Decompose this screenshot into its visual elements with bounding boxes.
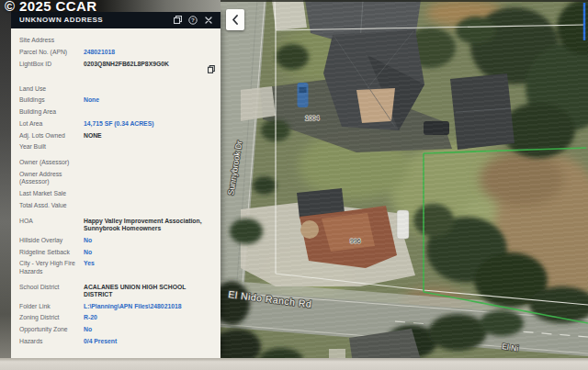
watermark: © 2025 CCAR [5, 0, 97, 14]
field-row: Total Assd. Value [19, 202, 215, 209]
field-label: Year Built [19, 143, 76, 151]
field-value[interactable]: None [84, 96, 215, 104]
field-label: Owner Address (Assessor) [19, 171, 76, 185]
field-value[interactable]: No [84, 326, 215, 333]
field-value: ACALANES UNION HIGH SCHOOL DISTRICT [84, 284, 215, 298]
field-value[interactable]: No [84, 249, 215, 256]
field-row: Lot Area14,715 SF (0.34 ACRES) [19, 120, 215, 128]
svg-text:?: ? [191, 17, 195, 23]
field-label: Opportunity Zone [19, 326, 76, 333]
field-label: Site Address [19, 37, 76, 44]
field-label: Zoning District [19, 314, 76, 321]
field-row: Year Built [19, 143, 215, 151]
outbuilding-1004 [450, 73, 514, 150]
field-row: Building Area [19, 108, 215, 116]
field-row: Zoning DistrictR-20 [19, 314, 215, 321]
field-row: Adj. Lots OwnedNONE [19, 132, 215, 140]
copy-icon[interactable] [208, 61, 215, 77]
field-value[interactable]: 14,715 SF (0.34 ACRES) [84, 120, 215, 128]
field-row: LightBox ID0203Q8NH2FB62L8P8X9G0K [19, 61, 215, 77]
field-label: Building Area [19, 108, 76, 116]
field-row: Hillside OverlayNo [19, 237, 215, 244]
photo-border-bottom [0, 358, 588, 370]
parcel-info-panel: UNKNOWN ADDRESS ? Site AddressParc [11, 11, 220, 358]
field-value: Happy Valley Improvement Association, Su… [84, 218, 215, 232]
panel-rows: Site AddressParcel No. (APN)248021018Lig… [19, 37, 215, 345]
field-row: Parcel No. (APN)248021018 [19, 49, 215, 56]
driveway-top-house [272, 0, 307, 30]
field-label: Hillside Overlay [19, 237, 76, 244]
field-value[interactable]: 248021018 [84, 49, 215, 56]
field-label: Folder Link [19, 303, 76, 310]
field-label: Buildings [19, 96, 76, 104]
field-row: BuildingsNone [19, 96, 215, 104]
field-row: Hazards0/4 Present [19, 338, 215, 345]
field-row: HOAHappy Valley Improvement Association,… [19, 218, 215, 232]
panel-body: Site AddressParcel No. (APN)248021018Lig… [11, 28, 220, 358]
field-label: Owner (Assessor) [19, 159, 76, 166]
field-row: Land Use [19, 85, 215, 93]
field-value[interactable]: No [84, 237, 215, 244]
field-label: Land Use [19, 85, 76, 93]
copy-pages-icon[interactable] [171, 14, 184, 27]
field-value[interactable]: Yes [84, 260, 215, 267]
field-row: Site Address [19, 37, 215, 44]
house-number-1004: 1004 [305, 115, 320, 121]
driveway-apron-1004 [241, 86, 276, 121]
field-label: LightBox ID [19, 61, 76, 68]
field-label: Total Assd. Value [19, 202, 76, 209]
field-value: NONE [84, 132, 215, 140]
field-row: Owner (Assessor) [19, 159, 215, 166]
field-label: Lot Area [19, 120, 76, 128]
field-value[interactable]: R-20 [84, 314, 215, 321]
field-row: Owner Address (Assessor) [19, 171, 215, 185]
field-label: HOA [19, 218, 76, 225]
field-row: Folder LinkL:\Planning\APN Files\2480210… [19, 303, 215, 310]
photo-border-left [0, 0, 11, 370]
field-row: City - Very High Fire HazardsYes [19, 260, 215, 275]
field-label: Adj. Lots Owned [19, 132, 76, 140]
field-label: School District [19, 284, 76, 291]
field-row: Opportunity ZoneNo [19, 326, 215, 333]
field-row: School DistrictACALANES UNION HIGH SCHOO… [19, 284, 215, 298]
field-label: Hazards [19, 338, 76, 345]
field-row: Ridgeline SetbackNo [19, 249, 215, 256]
field-value[interactable]: 0/4 Present [84, 338, 215, 345]
help-icon[interactable]: ? [187, 14, 199, 27]
panel-title: UNKNOWN ADDRESS [19, 16, 168, 24]
dark-car [424, 121, 449, 135]
house-number-996: 996 [350, 238, 361, 244]
field-label: Parcel No. (APN) [19, 49, 76, 56]
field-row: Last Market Sale [19, 190, 215, 197]
field-label: Last Market Sale [19, 190, 76, 197]
screenshot-stage: Sunnybrook Dr El Nido Ranch Rd El Ni 100… [0, 0, 588, 370]
collapse-panel-button[interactable] [226, 9, 244, 30]
chevron-left-icon [232, 15, 239, 25]
close-icon[interactable] [202, 14, 215, 27]
field-label: Ridgeline Setback [19, 249, 76, 256]
blue-car [298, 83, 309, 107]
field-value[interactable]: L:\Planning\APN Files\248021018 [84, 303, 215, 310]
field-value: 0203Q8NH2FB62L8P8X9G0K [84, 61, 204, 68]
field-label: City - Very High Fire Hazards [19, 260, 76, 275]
white-car [397, 210, 409, 239]
photo-border-top-line [220, 0, 588, 2]
